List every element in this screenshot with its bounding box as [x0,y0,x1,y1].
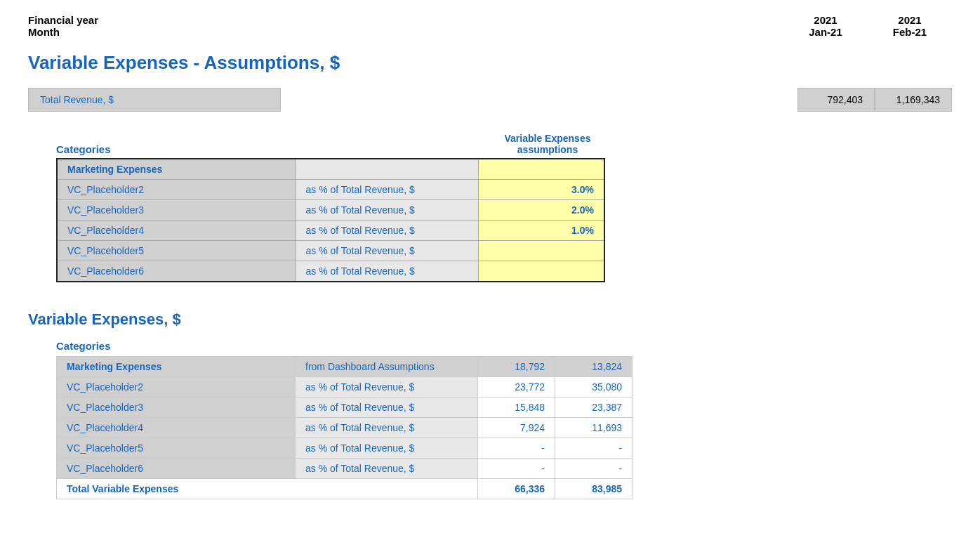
assumptions-row-1-value[interactable]: 3.0% [478,180,604,200]
data-row-2-method: as % of Total Revenue, $ [296,397,478,418]
assumptions-row-4-value[interactable] [478,241,604,261]
assumptions-row-5-method: as % of Total Revenue, $ [296,261,478,282]
var-exp-assumptions-header: Variable Expenses assumptions [477,133,618,155]
data-row-3-method: as % of Total Revenue, $ [296,418,478,438]
data-row-4-value1: - [478,438,555,459]
assumptions-row-2-name: VC_Placeholder3 [57,200,296,221]
data-row-2-name: VC_Placeholder3 [57,397,296,418]
data-row-0-value2: 13,824 [555,357,633,377]
header-labels: Financial year Month [28,14,98,38]
data-table: Marketing Expensesfrom Dashboard Assumpt… [56,356,633,499]
revenue-value2: 1,169,343 [875,88,952,112]
data-row-3-value2: 11,693 [555,418,633,438]
data-table-wrapper: Categories Marketing Expensesfrom Dashbo… [56,340,952,499]
data-row-0-value1: 18,792 [478,357,555,377]
section1-title: Variable Expenses - Assumptions, $ [28,52,952,74]
total-value1: 66,336 [478,479,555,499]
assumptions-row-1-name: VC_Placeholder2 [57,180,296,200]
year1-col: 2021 Jan-21 [783,14,868,38]
data-row-3-value1: 7,924 [478,418,555,438]
section2-title: Variable Expenses, $ [28,310,952,329]
year2-value: 2021 [868,14,952,26]
revenue-row: Total Revenue, $ 792,403 1,169,343 [28,88,952,112]
year1-value: 2021 [783,14,868,26]
data-row-1-method: as % of Total Revenue, $ [296,377,478,397]
data-row-0-method: from Dashboard Assumptions [296,357,478,377]
year2-col: 2021 Feb-21 [868,14,952,38]
assumptions-row-3-value[interactable]: 1.0% [478,221,604,241]
assumptions-row-0-value [478,159,604,180]
data-row-4-method: as % of Total Revenue, $ [296,438,478,459]
data-row-4-value2: - [555,438,633,459]
data-row-0-name: Marketing Expenses [57,357,296,377]
data-row-2-value1: 15,848 [478,397,555,418]
assumptions-row-5-value[interactable] [478,261,604,282]
section2-categories-label: Categories [56,340,952,352]
month-label: Month [28,26,98,38]
assumptions-row-3-name: VC_Placeholder4 [57,221,296,241]
assumptions-row-2-method: as % of Total Revenue, $ [296,200,478,221]
data-row-5-method: as % of Total Revenue, $ [296,459,478,479]
data-row-2-value2: 23,387 [555,397,633,418]
data-row-1-name: VC_Placeholder2 [57,377,296,397]
data-row-5-value1: - [478,459,555,479]
assumptions-row-0-method [296,159,478,180]
assumptions-row-3-method: as % of Total Revenue, $ [296,221,478,241]
header-section: Financial year Month 2021 Jan-21 2021 Fe… [28,14,952,38]
total-label: Total Variable Expenses [57,479,478,499]
revenue-label: Total Revenue, $ [28,88,281,112]
data-row-5-value2: - [555,459,633,479]
data-row-3-name: VC_Placeholder4 [57,418,296,438]
revenue-value1: 792,403 [797,88,875,112]
data-row-4-name: VC_Placeholder5 [57,438,296,459]
categories-label: Categories [56,143,111,155]
assumptions-row-5-name: VC_Placeholder6 [57,261,296,282]
assumptions-table: Marketing ExpensesVC_Placeholder2as % of… [56,158,605,282]
data-row-1-value1: 23,772 [478,377,555,397]
assumptions-row-4-method: as % of Total Revenue, $ [296,241,478,261]
assumptions-row-4-name: VC_Placeholder5 [57,241,296,261]
financial-year-label: Financial year [28,14,98,26]
categories-header: Categories [56,143,295,155]
assumptions-row-1-method: as % of Total Revenue, $ [296,180,478,200]
data-row-5-name: VC_Placeholder6 [57,459,296,479]
month1-value: Jan-21 [783,26,868,38]
data-row-1-value2: 35,080 [555,377,633,397]
total-value2: 83,985 [555,479,633,499]
assumptions-row-2-value[interactable]: 2.0% [478,200,604,221]
month2-value: Feb-21 [868,26,952,38]
header-years: 2021 Jan-21 2021 Feb-21 [783,14,952,38]
assumptions-row-0-name: Marketing Expenses [57,159,296,180]
assumptions-table-wrapper: Categories Variable Expenses assumptions… [56,133,952,282]
